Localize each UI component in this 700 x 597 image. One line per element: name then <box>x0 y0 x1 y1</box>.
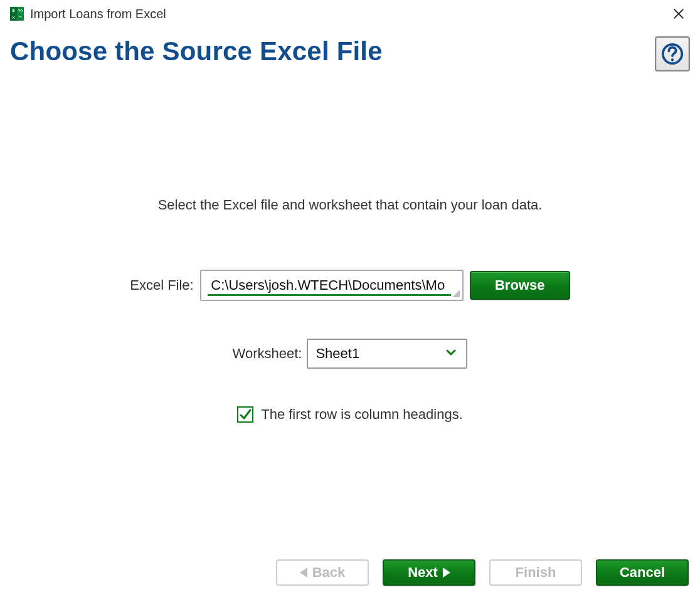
footer: Back Next Finish Cancel <box>0 559 700 586</box>
back-button: Back <box>276 559 369 586</box>
browse-button-label: Browse <box>495 277 544 293</box>
svg-point-1 <box>671 58 674 61</box>
excel-file-label: Excel File: <box>130 277 193 293</box>
cancel-button-label: Cancel <box>620 564 665 581</box>
worksheet-label: Worksheet: <box>233 346 302 362</box>
next-button-label: Next <box>408 564 438 581</box>
finish-button-label: Finish <box>516 564 556 581</box>
first-row-headings-checkbox[interactable] <box>237 406 253 423</box>
help-icon <box>660 42 684 66</box>
titlebar: $%x= Import Loans from Excel <box>0 0 700 28</box>
triangle-left-icon <box>300 568 307 578</box>
close-icon[interactable] <box>665 3 692 25</box>
help-button[interactable] <box>655 36 690 71</box>
next-button[interactable]: Next <box>383 559 475 586</box>
browse-button[interactable]: Browse <box>470 271 570 300</box>
file-row: Excel File: C:\Users\josh.WTECH\Document… <box>0 270 700 301</box>
window-title: Import Loans from Excel <box>30 7 166 21</box>
triangle-right-icon <box>443 568 450 578</box>
page-title: Choose the Source Excel File <box>10 36 383 66</box>
worksheet-row: Worksheet: Sheet1 <box>0 339 700 369</box>
app-icon: $%x= <box>10 7 24 21</box>
content: Select the Excel file and worksheet that… <box>0 71 700 423</box>
first-row-headings-label: The first row is column headings. <box>261 406 463 423</box>
header-row: Choose the Source Excel File <box>0 28 700 71</box>
cancel-button[interactable]: Cancel <box>596 559 689 586</box>
chevron-down-icon <box>445 346 457 361</box>
excel-file-input[interactable]: C:\Users\josh.WTECH\Documents\Mo <box>200 270 464 301</box>
back-button-label: Back <box>312 564 346 581</box>
instruction-text: Select the Excel file and worksheet that… <box>0 197 700 213</box>
checkbox-row: The first row is column headings. <box>0 406 700 423</box>
finish-button: Finish <box>489 559 582 586</box>
titlebar-left: $%x= Import Loans from Excel <box>10 7 166 21</box>
check-icon <box>239 408 252 421</box>
worksheet-select[interactable]: Sheet1 <box>307 339 467 369</box>
worksheet-selected: Sheet1 <box>316 346 359 362</box>
resize-grip-icon <box>451 288 460 297</box>
input-underline <box>208 294 451 296</box>
